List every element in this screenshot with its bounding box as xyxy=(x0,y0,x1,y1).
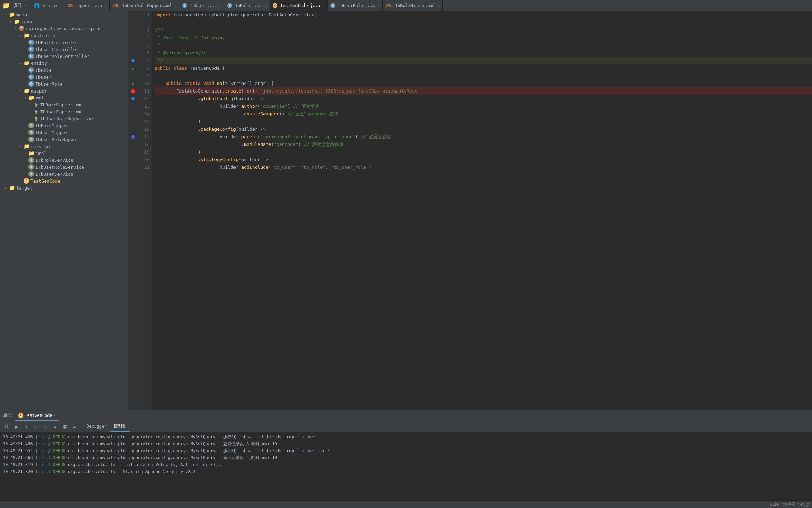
tab-close-btn[interactable]: ✕ xyxy=(323,4,325,8)
restart-button[interactable]: ↺ xyxy=(3,423,10,430)
code-line-13[interactable]: builder.author("qiwenjie") // 设置作者 xyxy=(155,103,812,110)
tree-item-tbuser[interactable]: CTbUser xyxy=(0,73,128,80)
gutter-8[interactable]: ▶ xyxy=(128,64,138,72)
toolbar-icon-globe[interactable]: 🌐 xyxy=(33,3,41,8)
line-num-8: 8 xyxy=(138,64,150,72)
tree-item-tbusermapper[interactable]: ITbUserMapper xyxy=(0,129,128,136)
frames-button[interactable]: ≡ xyxy=(71,423,78,430)
tree-item-springboot[interactable]: 📦springboot.mysql.mybatisplus xyxy=(0,25,128,32)
tree-item-mapper[interactable]: 📁mapper xyxy=(0,87,128,94)
xml-file-icon: 🍃 xyxy=(33,102,39,107)
bottom-tab-console[interactable]: 控制台 xyxy=(110,421,130,432)
run-gutter-icon[interactable]: ▶ xyxy=(132,66,134,71)
code-line-11[interactable]: FastAutoGenerator.create( url: "jdbc:mys… xyxy=(155,87,812,95)
tree-item-tbusermapper-xml[interactable]: 🍃TbUserMapper.xml xyxy=(0,108,128,115)
tab-close-btn[interactable]: ✕ xyxy=(265,4,267,8)
resume-button[interactable]: ▶ xyxy=(12,423,20,430)
tree-item-tbrolecontroller[interactable]: CTbRoleController xyxy=(0,39,128,46)
tab-close-btn[interactable]: ✕ xyxy=(174,4,176,8)
run-gutter-icon[interactable]: ▶ xyxy=(132,81,134,86)
toolbar-left: 📁 项目 ▾ 🌐 ⇧ ⇩ ⚙ — xyxy=(0,0,65,11)
code-line-3[interactable]: /** xyxy=(155,26,812,34)
bookmark-gutter-icon[interactable] xyxy=(131,97,135,100)
code-line-15[interactable]: ) xyxy=(155,118,812,125)
tree-item-entity[interactable]: 📁entity xyxy=(0,60,128,67)
code-line-9[interactable] xyxy=(155,72,812,80)
tree-item-java[interactable]: 📁java xyxy=(0,18,128,25)
tab-close-btn[interactable]: ✕ xyxy=(219,4,221,8)
tree-item-label: ITbUserService xyxy=(35,172,73,177)
bottom-tab-debugger[interactable]: Debugger xyxy=(83,421,110,432)
evaluate-button[interactable]: ▦ xyxy=(61,423,69,430)
tab-close-btn[interactable]: ✕ xyxy=(105,4,107,8)
toolbar-icon-up[interactable]: ⇧ xyxy=(42,3,46,8)
tree-item-controller[interactable]: 📁controller xyxy=(0,32,128,39)
tab-tb-role-mapper-xml[interactable]: XMLTbRoleMapper.xml✕ xyxy=(383,0,443,11)
code-line-5[interactable]: * xyxy=(155,42,812,49)
tree-item-service[interactable]: 📁service xyxy=(0,143,128,150)
tree-item-tbuserrolecontroller[interactable]: CTbUserRoleController xyxy=(0,53,128,60)
code-line-19[interactable]: ) xyxy=(155,148,812,156)
bookmark-gutter-icon[interactable] xyxy=(131,135,135,139)
tree-item-target[interactable]: 📁target xyxy=(0,184,128,191)
code-line-16[interactable]: .packageConfig(builder -> xyxy=(155,125,812,133)
tree-item-label: impl xyxy=(36,151,46,156)
tree-item-tbrolemapper[interactable]: ITbRoleMapper xyxy=(0,122,128,129)
tree-item-impl[interactable]: 📁impl xyxy=(0,150,128,157)
project-label: 项目 xyxy=(12,2,23,9)
code-line-6[interactable]: * @author qiwenjie xyxy=(155,49,812,57)
code-line-12[interactable]: .globalConfig(builder -> xyxy=(155,95,812,103)
tree-item-tbrolemapper-xml[interactable]: 🍃TbRoleMapper.xml xyxy=(0,101,128,108)
tab-tb-user-role-mapper-xml[interactable]: XMLTbUserRoleMapper.xml✕ xyxy=(110,0,179,11)
tree-item-tbuserrole[interactable]: CTbUserRole xyxy=(0,80,128,87)
tree-item-tbuserrolemapper-xml[interactable]: 🍃TbUserRoleMapper.xml xyxy=(0,115,128,122)
gutter-10[interactable]: ▶ xyxy=(128,80,138,87)
tab-tb-user-role-java[interactable]: CTbUserRole.java✕ xyxy=(328,0,383,11)
testgencode-tab-close[interactable]: ✕ xyxy=(54,413,56,417)
code-editor[interactable]: import com.baomidou.mybatisplus.generato… xyxy=(152,11,812,410)
tab-close-btn[interactable]: ✕ xyxy=(437,4,439,8)
code-container: ▾▶▶🔴 123456789101112131415161718192021 i… xyxy=(128,11,812,410)
tab-close-btn[interactable]: ✕ xyxy=(378,4,380,8)
tab-testgencode[interactable]: C TestGenCode ✕ xyxy=(15,411,59,421)
code-line-7[interactable]: */ xyxy=(155,57,812,64)
tab-mapper-java[interactable]: XMLapper.java✕ xyxy=(65,0,109,11)
code-line-1[interactable]: import com.baomidou.mybatisplus.generato… xyxy=(155,11,812,19)
code-line-2[interactable] xyxy=(155,19,812,26)
tree-item-xml[interactable]: 📁xml xyxy=(0,94,128,101)
tab-test-gen-code-java[interactable]: CTestGenCode.java✕ xyxy=(270,0,328,11)
toolbar-icon-settings[interactable]: ⚙ xyxy=(53,3,58,8)
tab-tb-role-java[interactable]: CTbRole.java✕ xyxy=(224,0,270,11)
tree-item-tbuserrolemapper[interactable]: ITbUserRoleMapper xyxy=(0,136,128,143)
tree-item-itbroleservice[interactable]: IITbRoleService xyxy=(0,157,128,164)
tree-item-label: TbUserMapper.xml xyxy=(40,109,83,114)
folder-icon: 📁 xyxy=(28,95,34,100)
toolbar-icon-down[interactable]: ⇩ xyxy=(47,3,52,8)
code-line-8[interactable]: public class TestGenCode { xyxy=(155,64,812,72)
step-over-button[interactable]: ⤵ xyxy=(22,423,30,430)
tree-item-label: TbRoleMapper xyxy=(35,123,68,128)
step-out-button[interactable]: ↑ xyxy=(42,423,49,430)
bookmark-gutter-icon[interactable] xyxy=(131,59,135,62)
tree-item-tbusercontroller[interactable]: CTbUserController xyxy=(0,46,128,53)
step-into-button[interactable]: ↓ xyxy=(32,423,39,430)
tree-item-itbuserroleservice[interactable]: IITbUserRoleService xyxy=(0,164,128,170)
dropdown-arrow[interactable]: ▾ xyxy=(24,3,28,8)
code-line-20[interactable]: .strategyConfig(builder -> xyxy=(155,156,812,164)
toolbar-icon-minus[interactable]: — xyxy=(59,3,63,8)
code-line-10[interactable]: public static void main(String[] args) { xyxy=(155,80,812,87)
line-num-21: 21 xyxy=(138,164,150,171)
tree-item-testgencode[interactable]: CTestGenCode xyxy=(0,177,128,184)
code-line-21[interactable]: builder.addInclude("tb_user", "tb_role",… xyxy=(155,164,812,171)
tab-tb-user-java[interactable]: CTbUser.java✕ xyxy=(179,0,225,11)
code-line-14[interactable]: .enableSwagger() // 开启 swagger 模式 xyxy=(155,110,812,118)
run-cursor-button[interactable]: ↳ xyxy=(51,423,59,430)
tree-item-main[interactable]: 📁main xyxy=(0,11,128,18)
code-line-4[interactable]: * This class is for xxxx. xyxy=(155,34,812,42)
tree-item-itbuserservice[interactable]: IITbUserService xyxy=(0,170,128,177)
tree-item-label: ITbRoleService xyxy=(35,158,73,163)
code-line-18[interactable]: .moduleName("gencode") // 设置父包模块名 xyxy=(155,141,812,148)
code-line-17[interactable]: builder.parent("springboot.mysql.mybatis… xyxy=(155,133,812,141)
fold-gutter-btn[interactable]: ▾ xyxy=(132,28,134,32)
tree-item-tbrole[interactable]: CTbRole xyxy=(0,67,128,73)
